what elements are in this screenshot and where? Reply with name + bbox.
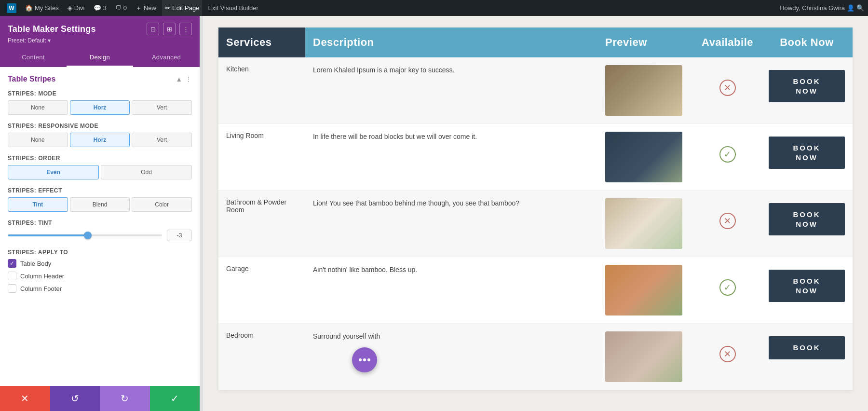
apply-table-body-checkbox[interactable]: ✓: [8, 259, 16, 268]
tab-content[interactable]: Content: [0, 49, 67, 67]
panel-header-icons: ⊡ ⊞ ⋮: [147, 23, 192, 35]
fab-dot-1: [359, 358, 362, 361]
stripes-tint-track[interactable]: [8, 234, 162, 236]
service-available-kitchen: ✕: [694, 57, 761, 124]
panel-tabs: Content Design Advanced: [0, 49, 200, 67]
stripes-order-group: Even Odd: [8, 165, 192, 179]
stripes-responsive-horz[interactable]: Horz: [70, 133, 130, 147]
service-book-bathroom: BOOKNOW: [761, 191, 853, 257]
home-icon: 🏠: [25, 4, 33, 12]
panel-title: Table Maker Settings: [8, 24, 96, 34]
service-preview-livingroom: [597, 124, 694, 191]
apply-column-footer-checkbox[interactable]: [8, 284, 16, 293]
exit-visual-builder-button[interactable]: Exit Visual Builder: [205, 0, 261, 16]
search-icon[interactable]: 🔍: [856, 4, 864, 12]
preset-selector[interactable]: Preset: Default: [8, 37, 192, 44]
panel-grid-icon[interactable]: ⊞: [163, 23, 176, 35]
stripes-effect-blend[interactable]: Blend: [70, 197, 130, 212]
panel-resize-icon[interactable]: ⊡: [147, 23, 159, 35]
book-button-livingroom[interactable]: BOOKNOW: [769, 137, 845, 169]
user-label: Howdy, Christina Gwira: [780, 4, 845, 12]
table-row: Garage Ain't nothin' like bamboo. Bless …: [218, 257, 853, 324]
stripes-responsive-none[interactable]: None: [8, 133, 68, 147]
stripes-effect-tint[interactable]: Tint: [8, 197, 68, 212]
pencil-icon: ✏: [165, 4, 170, 12]
undo-icon: ↺: [71, 393, 79, 404]
stripes-mode-label: Stripes: Mode: [8, 90, 192, 97]
edit-page-button[interactable]: ✏ Edit Page: [162, 0, 202, 16]
stripes-effect-label: Stripes: Effect: [8, 187, 192, 194]
redo-button[interactable]: ↻: [100, 386, 150, 411]
stripes-responsive-group: None Horz Vert: [8, 133, 192, 147]
fab-dots: [359, 358, 370, 361]
table-row: Bathroom & Powder Room Lion! You see tha…: [218, 191, 853, 257]
service-name-garage: Garage: [218, 257, 305, 324]
service-book-bedroom: BOOK: [761, 324, 853, 390]
book-button-bedroom[interactable]: BOOK: [769, 336, 845, 359]
bubbles-button[interactable]: 🗨 0: [112, 0, 130, 16]
comments-button[interactable]: 💬 3: [91, 0, 109, 16]
tab-advanced[interactable]: Advanced: [133, 49, 200, 67]
stripes-effect-color[interactable]: Color: [132, 197, 192, 212]
section-options-icon[interactable]: ⋮: [185, 75, 192, 83]
wp-logo-button[interactable]: W: [4, 0, 19, 16]
service-available-bathroom: ✕: [694, 191, 761, 257]
service-preview-bathroom: [597, 191, 694, 257]
status-icon-bedroom: ✕: [719, 346, 736, 362]
stripes-responsive-row: Stripes: Responsive Mode None Horz Vert: [8, 123, 192, 147]
confirm-button[interactable]: ✓: [150, 386, 200, 411]
stripes-apply-options: ✓ Table Body Column Header Column Footer: [8, 259, 192, 293]
stripes-order-even[interactable]: Even: [8, 165, 99, 179]
service-desc-bathroom: Lion! You see that bamboo behind me thou…: [305, 191, 597, 257]
service-desc-kitchen: Lorem Khaled Ipsum is a major key to suc…: [305, 57, 597, 124]
service-book-kitchen: BOOKNOW: [761, 57, 853, 124]
th-booknow: Book Now: [761, 27, 853, 57]
apply-column-header-checkbox[interactable]: [8, 272, 16, 280]
stripes-responsive-vert[interactable]: Vert: [132, 133, 192, 147]
panel-menu-icon[interactable]: ⋮: [179, 23, 192, 35]
new-button[interactable]: ＋ New: [133, 0, 159, 16]
stripes-effect-row: Stripes: Effect Tint Blend Color: [8, 187, 192, 212]
user-info: Howdy, Christina Gwira 👤 🔍: [780, 4, 864, 12]
stripes-tint-value[interactable]: [167, 230, 192, 241]
fab-button[interactable]: [352, 347, 377, 372]
stripes-mode-none[interactable]: None: [8, 100, 68, 115]
my-sites-menu[interactable]: 🏠 My Sites: [22, 0, 62, 16]
comments-icon: 💬: [94, 4, 101, 12]
service-name-bathroom: Bathroom & Powder Room: [218, 191, 305, 257]
service-desc-bedroom: Surround yourself with: [305, 324, 597, 390]
stripes-responsive-label: Stripes: Responsive Mode: [8, 123, 192, 129]
book-button-kitchen[interactable]: BOOKNOW: [769, 70, 845, 102]
stripes-order-label: Stripes: Order: [8, 155, 192, 162]
stripes-tint-slider-row: [8, 230, 192, 241]
panel-header: Table Maker Settings ⊡ ⊞ ⋮ Preset: Defau…: [0, 16, 200, 49]
apply-column-footer-row: Column Footer: [8, 284, 192, 293]
service-book-livingroom: BOOKNOW: [761, 124, 853, 191]
stripes-effect-group: Tint Blend Color: [8, 197, 192, 212]
stripes-tint-row: Stripes: Tint: [8, 219, 192, 241]
stripes-tint-thumb[interactable]: [84, 232, 92, 239]
service-available-garage: ✓: [694, 257, 761, 324]
stripes-order-row: Stripes: Order Even Odd: [8, 155, 192, 179]
status-icon-bathroom: ✕: [719, 213, 736, 229]
tab-design[interactable]: Design: [67, 49, 133, 67]
status-icon-garage: ✓: [719, 279, 736, 296]
service-available-livingroom: ✓: [694, 124, 761, 191]
preview-image-garage: [605, 265, 682, 315]
apply-column-footer-label: Column Footer: [20, 285, 62, 292]
stripes-order-odd[interactable]: Odd: [101, 165, 192, 179]
book-button-bathroom[interactable]: BOOKNOW: [769, 203, 845, 235]
cancel-button[interactable]: ✕: [0, 386, 50, 411]
table-row: Living Room In life there will be road b…: [218, 124, 853, 191]
book-button-garage[interactable]: BOOKNOW: [769, 270, 845, 302]
apply-table-body-label: Table Body: [20, 260, 51, 267]
th-preview: Preview: [597, 27, 694, 57]
confirm-icon: ✓: [171, 393, 179, 404]
divi-menu[interactable]: ◈ Divi: [65, 0, 88, 16]
stripes-mode-horz[interactable]: Horz: [70, 100, 130, 115]
undo-button[interactable]: ↺: [50, 386, 100, 411]
cancel-icon: ✕: [21, 393, 29, 404]
th-services: Services: [218, 27, 305, 57]
section-collapse-icon[interactable]: ▲: [176, 75, 182, 83]
stripes-mode-vert[interactable]: Vert: [132, 100, 192, 115]
